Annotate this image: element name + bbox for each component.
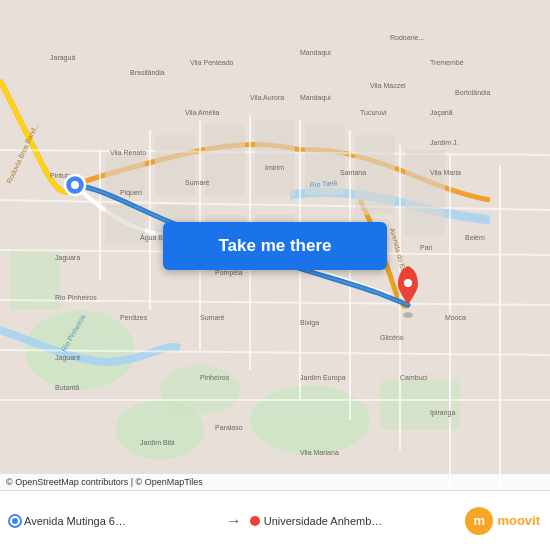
origin-location: Avenida Mutinga 6…: [10, 515, 218, 527]
svg-text:Vila Maria: Vila Maria: [430, 169, 461, 176]
destination-dot: [250, 516, 260, 526]
svg-text:Jaguara: Jaguara: [55, 254, 80, 262]
svg-text:Paralaso: Paralaso: [215, 424, 243, 431]
take-me-there-button[interactable]: Take me there: [163, 222, 387, 270]
svg-point-66: [404, 279, 412, 287]
svg-text:Bortolândia: Bortolândia: [455, 89, 491, 96]
svg-rect-8: [155, 135, 195, 195]
svg-text:Butantã: Butantã: [55, 384, 79, 391]
svg-text:Perdizes: Perdizes: [120, 314, 148, 321]
svg-text:Vila Amélia: Vila Amélia: [185, 109, 220, 116]
svg-text:Pompéia: Pompéia: [215, 269, 243, 277]
svg-text:Rio Pinheiros: Rio Pinheiros: [55, 294, 97, 301]
svg-text:Mandaqui: Mandaqui: [300, 94, 331, 102]
svg-text:Tucuruvi: Tucuruvi: [360, 109, 387, 116]
origin-dot: [10, 516, 20, 526]
svg-point-4: [160, 365, 240, 415]
svg-text:Belém: Belém: [465, 234, 485, 241]
svg-text:Vila Aurora: Vila Aurora: [250, 94, 284, 101]
svg-text:Ipiranga: Ipiranga: [430, 409, 455, 417]
svg-text:Vila Penteado: Vila Penteado: [190, 59, 234, 66]
svg-text:Pari: Pari: [420, 244, 433, 251]
svg-text:Tremembé: Tremembé: [430, 59, 464, 66]
arrow-icon: →: [226, 512, 242, 530]
svg-text:Santana: Santana: [340, 169, 366, 176]
svg-text:Mooca: Mooca: [445, 314, 466, 321]
origin-text: Avenida Mutinga 6…: [24, 515, 126, 527]
svg-text:Jaraguá: Jaraguá: [50, 54, 75, 62]
svg-text:Sumaré: Sumaré: [200, 314, 225, 321]
svg-text:Brasilândia: Brasilândia: [130, 69, 165, 76]
svg-text:Cambuci: Cambuci: [400, 374, 428, 381]
svg-text:Sumaré: Sumaré: [185, 179, 210, 186]
svg-text:Jaçanã: Jaçanã: [430, 109, 453, 117]
svg-text:Vila Mariana: Vila Mariana: [300, 449, 339, 456]
map-container: Jaraguá Brasilândia Vila Penteado Mandaq…: [0, 0, 550, 490]
svg-rect-13: [405, 150, 445, 235]
moovit-icon: m: [465, 507, 493, 535]
svg-text:Imirim: Imirim: [265, 164, 284, 171]
svg-text:Mandaqui: Mandaqui: [300, 49, 331, 57]
attribution-text: © OpenStreetMap contributors | © OpenMap…: [6, 477, 203, 487]
svg-text:Jardim Bibi: Jardim Bibi: [140, 439, 175, 446]
svg-text:Vila Renato: Vila Renato: [110, 149, 146, 156]
destination-text: Universidade Anhembi Moru…: [264, 515, 384, 527]
svg-rect-5: [380, 380, 460, 430]
svg-text:Bixiga: Bixiga: [300, 319, 319, 327]
svg-text:Jardim J.: Jardim J.: [430, 139, 458, 146]
svg-text:Vila Mazzei: Vila Mazzei: [370, 82, 406, 89]
svg-rect-10: [255, 120, 295, 195]
moovit-text: moovit: [497, 513, 540, 528]
svg-text:Jardim Europa: Jardim Europa: [300, 374, 346, 382]
moovit-logo: m moovit: [465, 507, 540, 535]
svg-point-65: [403, 312, 413, 318]
svg-rect-9: [205, 125, 245, 195]
svg-point-64: [71, 181, 79, 189]
map-attribution: © OpenStreetMap contributors | © OpenMap…: [0, 474, 550, 490]
bottom-bar: Avenida Mutinga 6… → Universidade Anhemb…: [0, 490, 550, 550]
svg-text:Rodoane...: Rodoane...: [390, 34, 424, 41]
svg-text:Jaguaré: Jaguaré: [55, 354, 80, 362]
svg-point-3: [250, 385, 370, 455]
svg-text:Glicério: Glicério: [380, 334, 404, 341]
svg-text:Piqueri: Piqueri: [120, 189, 142, 197]
destination-location: Universidade Anhembi Moru…: [250, 515, 458, 527]
svg-text:Pinheiros: Pinheiros: [200, 374, 230, 381]
